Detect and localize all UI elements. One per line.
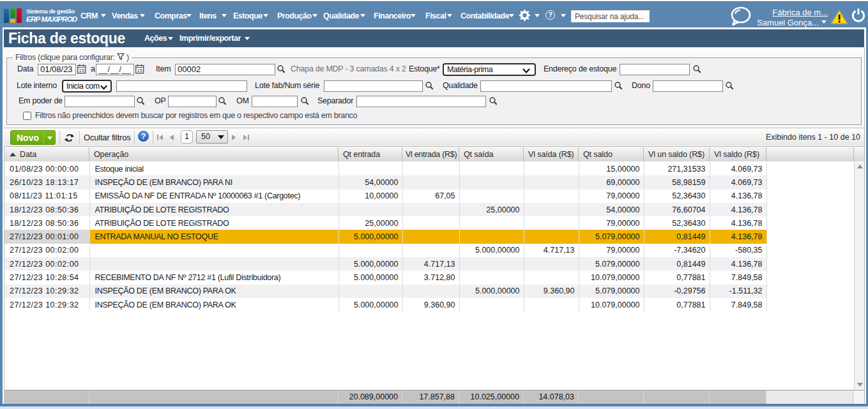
svg-text:15: 15 (79, 68, 84, 73)
svg-text:15: 15 (137, 68, 142, 73)
